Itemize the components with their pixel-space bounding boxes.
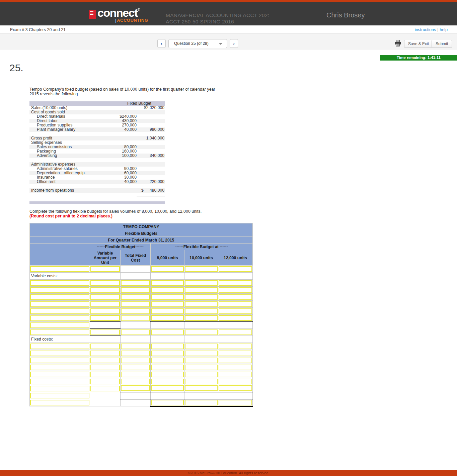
budget-amount-input[interactable] [219, 358, 252, 363]
budget-amount-input[interactable] [121, 287, 150, 293]
submit-button[interactable]: Submit [432, 40, 452, 48]
budget-amount-input[interactable] [90, 280, 120, 286]
row-label-input[interactable] [30, 365, 89, 370]
budget-amount-input[interactable] [121, 385, 150, 391]
budget-amount-input[interactable] [219, 400, 252, 405]
budget-amount-input[interactable] [151, 287, 184, 293]
budget-amount-input[interactable] [219, 344, 252, 349]
budget-amount-input[interactable] [151, 294, 184, 300]
budget-amount-input[interactable] [151, 385, 184, 391]
instructions-link[interactable]: instructions [415, 27, 436, 32]
budget-amount-input[interactable] [219, 385, 252, 391]
budget-amount-input[interactable] [90, 358, 120, 363]
budget-amount-input[interactable] [90, 386, 120, 391]
budget-amount-input[interactable] [185, 315, 218, 321]
budget-amount-input[interactable] [90, 372, 120, 377]
row-label-input[interactable] [30, 358, 89, 363]
budget-amount-input[interactable] [121, 358, 150, 363]
question-select-dropdown[interactable]: Question 25 (of 28) [168, 39, 227, 48]
budget-amount-input[interactable] [90, 315, 120, 321]
budget-amount-input[interactable] [219, 287, 252, 293]
budget-amount-input[interactable] [121, 365, 150, 370]
budget-amount-input[interactable] [185, 400, 218, 405]
budget-amount-input[interactable] [219, 365, 252, 370]
row-label-input[interactable] [30, 386, 89, 391]
budget-amount-input[interactable] [185, 358, 218, 363]
row-label-input[interactable] [30, 329, 89, 335]
row-label-input[interactable] [30, 344, 89, 349]
budget-amount-input[interactable] [185, 344, 218, 349]
budget-amount-input[interactable] [90, 308, 120, 314]
row-label-input[interactable] [30, 266, 89, 272]
budget-amount-input[interactable] [151, 372, 184, 377]
budget-amount-input[interactable] [185, 365, 218, 370]
budget-amount-input[interactable] [185, 308, 218, 314]
budget-amount-input[interactable] [185, 301, 218, 307]
budget-amount-input[interactable] [121, 294, 150, 300]
budget-amount-input[interactable] [121, 308, 150, 314]
budget-amount-input[interactable] [185, 329, 218, 335]
row-label-input[interactable] [30, 393, 89, 398]
budget-amount-input[interactable] [151, 301, 184, 307]
budget-amount-input[interactable] [90, 351, 120, 356]
budget-amount-input[interactable] [90, 294, 120, 300]
row-label-input[interactable] [30, 372, 89, 377]
budget-amount-input[interactable] [121, 329, 150, 335]
budget-amount-input[interactable] [185, 385, 218, 391]
row-label-input[interactable] [30, 315, 89, 321]
budget-amount-input[interactable] [90, 365, 120, 370]
budget-amount-input[interactable] [151, 280, 184, 286]
budget-amount-input[interactable] [185, 351, 218, 356]
budget-amount-input[interactable] [185, 372, 218, 377]
budget-amount-input[interactable] [185, 266, 218, 272]
budget-amount-input[interactable] [219, 315, 252, 321]
row-label-input[interactable] [30, 351, 89, 356]
budget-amount-input[interactable] [151, 315, 184, 321]
previous-question-button[interactable]: ‹ [157, 39, 166, 48]
budget-amount-input[interactable] [121, 351, 150, 356]
budget-amount-input[interactable] [90, 379, 120, 384]
budget-amount-input[interactable] [219, 294, 252, 300]
budget-amount-input[interactable] [121, 315, 150, 321]
budget-amount-input[interactable] [185, 280, 218, 286]
row-label-input[interactable] [30, 294, 89, 300]
budget-amount-input[interactable] [219, 379, 252, 384]
budget-amount-input[interactable] [121, 344, 150, 349]
row-label-input[interactable] [30, 400, 89, 405]
budget-amount-input[interactable] [185, 287, 218, 293]
budget-amount-input[interactable] [219, 308, 252, 314]
budget-amount-input[interactable] [121, 372, 150, 377]
budget-amount-input[interactable] [151, 308, 184, 314]
budget-amount-input[interactable] [151, 266, 184, 272]
save-exit-button[interactable]: Save & Exit [404, 40, 433, 48]
budget-amount-input[interactable] [90, 287, 120, 293]
budget-amount-input[interactable] [151, 400, 184, 405]
budget-amount-input[interactable] [219, 329, 252, 335]
row-label-input[interactable] [30, 379, 89, 384]
next-question-button[interactable]: › [230, 39, 238, 48]
row-label-input[interactable] [30, 301, 89, 307]
budget-amount-input[interactable] [90, 266, 120, 272]
budget-amount-input[interactable] [219, 266, 252, 272]
budget-amount-input[interactable] [219, 280, 252, 286]
budget-amount-input[interactable] [151, 379, 184, 384]
row-label-input[interactable] [30, 322, 89, 328]
budget-amount-input[interactable] [121, 301, 150, 307]
budget-amount-input[interactable] [121, 280, 150, 286]
budget-amount-input[interactable] [90, 301, 120, 307]
budget-amount-input[interactable] [90, 344, 120, 349]
budget-amount-input[interactable] [219, 301, 252, 307]
row-label-input[interactable] [30, 308, 89, 314]
row-label-input[interactable] [30, 287, 89, 293]
budget-amount-input[interactable] [90, 329, 120, 335]
budget-amount-input[interactable] [121, 379, 150, 384]
budget-amount-input[interactable] [151, 358, 184, 363]
budget-amount-input[interactable] [219, 351, 252, 356]
budget-amount-input[interactable] [151, 365, 184, 370]
budget-amount-input[interactable] [151, 351, 184, 356]
budget-amount-input[interactable] [151, 344, 184, 349]
print-icon[interactable] [394, 40, 401, 46]
help-link[interactable]: help [440, 27, 448, 32]
budget-amount-input[interactable] [185, 294, 218, 300]
budget-amount-input[interactable] [185, 379, 218, 384]
